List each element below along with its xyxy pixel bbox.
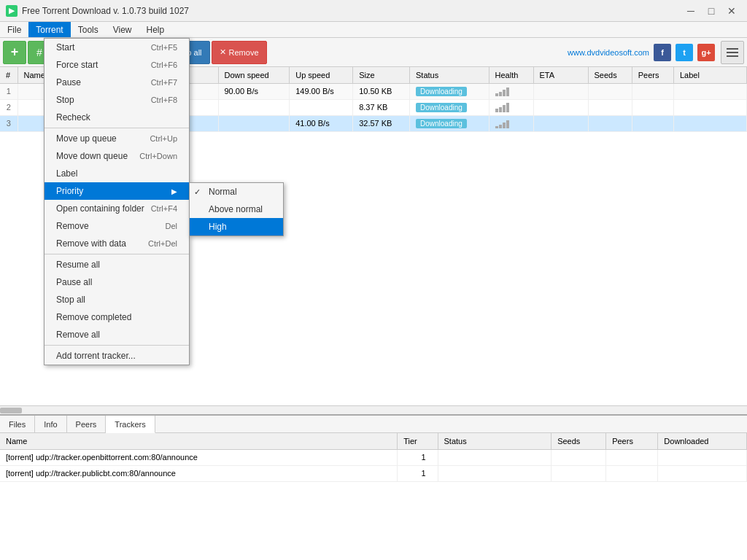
tracker-col-status: Status xyxy=(438,433,551,449)
menu-view[interactable]: View xyxy=(106,22,139,37)
row-seeds xyxy=(588,99,632,115)
menu-move-down[interactable]: Move down queue Ctrl+Down xyxy=(44,147,189,165)
menu-recheck[interactable]: Recheck xyxy=(44,109,189,126)
tracker-tier: 1 xyxy=(398,449,438,465)
menu-help[interactable]: Help xyxy=(139,22,172,37)
row-label xyxy=(673,83,746,99)
tab-files[interactable]: Files xyxy=(0,416,35,432)
row-peers xyxy=(632,99,673,115)
menu-stop-all[interactable]: Stop all xyxy=(44,291,189,308)
row-down-speed: 90.00 B/s xyxy=(218,83,290,99)
row-status: Downloading xyxy=(410,99,489,115)
tracker-row[interactable]: [torrent] udp://tracker.openbittorrent.c… xyxy=(0,449,747,465)
tracker-name: [torrent] udp://tracker.openbittorrent.c… xyxy=(0,449,398,465)
website-link[interactable]: www.dvdvideosoft.com xyxy=(568,48,649,57)
menu-priority[interactable]: Priority ▶ ✓ Normal Above normal High xyxy=(44,182,189,200)
menu-remove-data[interactable]: Remove with data Ctrl+Del xyxy=(44,235,189,252)
separator-3 xyxy=(44,345,189,346)
bottom-panel: Files Info Peers Trackers Name Tier Stat… xyxy=(0,414,747,560)
tracker-col-seeds: Seeds xyxy=(551,433,606,449)
menu-pause[interactable]: Pause Ctrl+F7 xyxy=(44,74,189,91)
tracker-name: [torrent] udp://tracker.publicbt.com:80/… xyxy=(0,465,398,481)
menu-label[interactable]: Label xyxy=(44,165,189,182)
row-size: 8.37 KB xyxy=(353,99,410,115)
col-seeds: Seeds xyxy=(588,67,632,83)
hamburger-line-1 xyxy=(727,48,738,50)
scrollbar-thumb[interactable] xyxy=(0,408,22,413)
row-status: Downloading xyxy=(410,115,489,131)
col-up-speed: Up speed xyxy=(290,67,353,83)
col-label: Label xyxy=(673,67,746,83)
row-up-speed: 41.00 B/s xyxy=(290,115,353,131)
close-button[interactable]: ✕ xyxy=(722,1,741,20)
tracker-seeds xyxy=(551,465,606,481)
row-num: 3 xyxy=(0,115,18,131)
toolbar-links: www.dvdvideosoft.com f t g+ xyxy=(568,44,715,61)
app-icon: ▶ xyxy=(6,5,18,17)
row-label xyxy=(673,115,746,131)
tracker-tier: 1 xyxy=(398,465,438,481)
horizontal-scrollbar[interactable] xyxy=(0,405,747,414)
menu-file[interactable]: File xyxy=(0,22,28,37)
minimize-button[interactable]: ─ xyxy=(681,1,700,20)
row-eta xyxy=(533,99,588,115)
menu-stop[interactable]: Stop Ctrl+F8 xyxy=(44,91,189,109)
window-controls: ─ □ ✕ xyxy=(681,1,741,20)
tracker-col-tier: Tier xyxy=(398,433,438,449)
menu-remove[interactable]: Remove Del xyxy=(44,217,189,235)
row-seeds xyxy=(588,115,632,131)
col-status: Status xyxy=(410,67,489,83)
row-size: 10.50 KB xyxy=(353,83,410,99)
menu-resume-all[interactable]: Resume all xyxy=(44,256,189,273)
maximize-button[interactable]: □ xyxy=(702,1,721,20)
row-peers xyxy=(632,115,673,131)
bottom-tabs: Files Info Peers Trackers xyxy=(0,416,747,433)
separator-2 xyxy=(44,254,189,254)
menu-remove-completed[interactable]: Remove completed xyxy=(44,308,189,326)
row-eta xyxy=(533,83,588,99)
separator-1 xyxy=(44,128,189,128)
menu-move-up[interactable]: Move up queue Ctrl+Up xyxy=(44,130,189,147)
add-torrent-button[interactable]: + xyxy=(3,41,26,64)
tracker-downloaded xyxy=(658,449,747,465)
remove-button[interactable]: ✕ Remove xyxy=(212,41,267,64)
col-eta: ETA xyxy=(533,67,588,83)
tab-peers[interactable]: Peers xyxy=(67,416,107,432)
priority-high[interactable]: High xyxy=(190,218,283,236)
menu-add-tracker[interactable]: Add torrent tracker... xyxy=(44,347,189,365)
priority-normal[interactable]: ✓ Normal xyxy=(190,183,283,201)
tracker-col-peers: Peers xyxy=(606,433,658,449)
torrent-dropdown-menu: Start Ctrl+F5 Force start Ctrl+F6 Pause … xyxy=(44,38,190,365)
row-label xyxy=(673,99,746,115)
menu-torrent[interactable]: Torrent xyxy=(28,22,70,37)
row-up-speed: 149.00 B/s xyxy=(290,83,353,99)
menu-pause-all[interactable]: Pause all xyxy=(44,273,189,291)
tracker-table: Name Tier Status Seeds Peers Downloaded … xyxy=(0,433,747,482)
tab-trackers[interactable]: Trackers xyxy=(106,416,155,433)
hamburger-menu-button[interactable] xyxy=(721,41,744,64)
menu-start[interactable]: Start Ctrl+F5 xyxy=(44,39,189,56)
facebook-button[interactable]: f xyxy=(654,44,671,61)
row-health xyxy=(489,115,533,131)
col-size: Size xyxy=(353,67,410,83)
priority-above-normal[interactable]: Above normal xyxy=(190,201,283,218)
app-title: Free Torrent Download v. 1.0.73 build 10… xyxy=(22,6,681,16)
menu-open-folder[interactable]: Open containing folder Ctrl+F4 xyxy=(44,200,189,217)
menu-tools[interactable]: Tools xyxy=(71,22,106,37)
row-size: 32.57 KB xyxy=(353,115,410,131)
tab-info[interactable]: Info xyxy=(35,416,66,432)
tracker-header-row: Name Tier Status Seeds Peers Downloaded xyxy=(0,433,747,449)
menu-remove-all[interactable]: Remove all xyxy=(44,326,189,343)
menu-force-start[interactable]: Force start Ctrl+F6 xyxy=(44,56,189,74)
row-up-speed xyxy=(290,99,353,115)
hamburger-line-3 xyxy=(727,55,738,57)
hamburger-line-2 xyxy=(727,52,738,53)
row-down-speed xyxy=(218,99,290,115)
tracker-peers xyxy=(606,465,658,481)
tracker-row[interactable]: [torrent] udp://tracker.publicbt.com:80/… xyxy=(0,465,747,481)
col-peers: Peers xyxy=(632,67,673,83)
row-num: 2 xyxy=(0,99,18,115)
twitter-button[interactable]: t xyxy=(676,44,693,61)
googleplus-button[interactable]: g+ xyxy=(697,44,715,61)
remove-icon: ✕ xyxy=(220,47,226,57)
